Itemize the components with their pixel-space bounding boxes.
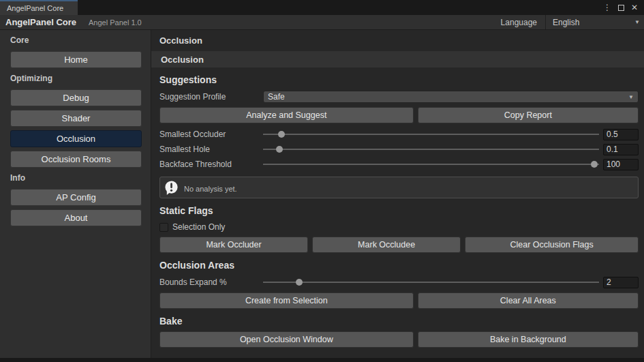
mark-occludee-button[interactable]: Mark Occludee — [312, 237, 461, 253]
slider-track-line — [263, 282, 599, 283]
bounds-expand-row: Bounds Expand % 2 — [159, 275, 639, 289]
sidebar-section-optimizing: Optimizing — [10, 74, 142, 83]
open-occlusion-window-button[interactable]: Open Occlusion Window — [159, 331, 414, 348]
analyze-and-suggest-button[interactable]: Analyze and Suggest — [159, 107, 414, 123]
backface-threshold-row: Backface Threshold 100 — [159, 157, 639, 171]
main-panel: Occlusion Occlusion Suggestions Suggesti… — [151, 30, 644, 358]
occlusion-areas-buttons: Create from Selection Clear All Areas — [159, 292, 639, 309]
smallest-hole-value-field[interactable]: 0.1 — [603, 144, 639, 155]
app-version: Angel Panel 1.0 — [89, 18, 142, 27]
bounds-expand-label: Bounds Expand % — [159, 277, 263, 287]
suggestion-profile-value: Safe — [268, 92, 285, 102]
language-dropdown[interactable]: English ▼ — [546, 15, 644, 29]
clear-occlusion-flags-button[interactable]: Clear Occlusion Flags — [465, 237, 639, 253]
sidebar: Core Home Optimizing Debug Shader Occlus… — [0, 30, 151, 358]
smallest-occluder-label: Smallest Occluder — [159, 130, 263, 139]
sidebar-group: AP Config About — [10, 189, 142, 226]
chevron-down-icon: ▼ — [634, 19, 644, 25]
slider-track-line — [263, 134, 599, 135]
smallest-occluder-slider[interactable] — [263, 127, 599, 141]
app-title: AngelPanel Core — [0, 17, 76, 27]
smallest-hole-label: Smallest Hole — [159, 145, 263, 154]
window-tab-label: AngelPanel Core — [7, 4, 63, 12]
close-icon[interactable]: ✕ — [631, 3, 638, 12]
sidebar-item-about[interactable]: About — [10, 209, 142, 226]
sidebar-section-core: Core — [10, 35, 142, 45]
info-icon — [164, 180, 179, 196]
window-content: Core Home Optimizing Debug Shader Occlus… — [0, 30, 644, 358]
slider-track-line — [263, 164, 599, 165]
slider-thumb[interactable] — [296, 279, 303, 286]
suggestion-profile-row: Suggestion Profile Safe ▼ — [159, 90, 639, 104]
smallest-hole-row: Smallest Hole 0.1 — [159, 142, 639, 156]
static-flags-buttons: Mark Occluder Mark Occludee Clear Occlus… — [159, 237, 639, 253]
mark-occluder-button[interactable]: Mark Occluder — [159, 237, 308, 253]
backface-threshold-label: Backface Threshold — [159, 160, 263, 169]
bake-header: Bake — [159, 316, 639, 327]
maximize-icon[interactable] — [618, 5, 624, 11]
clear-all-areas-button[interactable]: Clear All Areas — [418, 292, 639, 309]
window-controls: ⋮ ✕ — [603, 0, 644, 15]
slider-thumb[interactable] — [276, 146, 283, 153]
section-band-label: Occlusion — [161, 55, 204, 65]
selection-only-label: Selection Only — [172, 222, 225, 232]
backface-threshold-slider[interactable] — [263, 157, 599, 171]
sidebar-item-occlusion-rooms[interactable]: Occlusion Rooms — [10, 151, 142, 168]
bake-in-background-button[interactable]: Bake in Background — [418, 331, 639, 348]
menu-kebab-icon[interactable]: ⋮ — [603, 3, 611, 12]
sidebar-item-debug[interactable]: Debug — [10, 89, 142, 106]
selection-only-row: Selection Only — [159, 221, 639, 233]
tab-strip: AngelPanel Core ⋮ ✕ — [0, 0, 644, 15]
suggestions-header: Suggestions — [159, 74, 639, 85]
bounds-expand-value-field[interactable]: 2 — [603, 277, 639, 288]
sidebar-group: Debug Shader Occlusion Occlusion Rooms — [10, 89, 142, 168]
slider-track-line — [263, 149, 599, 150]
create-from-selection-button[interactable]: Create from Selection — [159, 292, 414, 309]
sidebar-section-info: Info — [10, 173, 142, 183]
suggestion-profile-dropdown[interactable]: Safe ▼ — [263, 91, 639, 103]
sidebar-item-shader[interactable]: Shader — [10, 110, 142, 127]
page-title: Occlusion — [159, 35, 639, 46]
suggestions-buttons: Analyze and Suggest Copy Report — [159, 107, 639, 123]
slider-thumb[interactable] — [278, 131, 285, 138]
notice-text: No analysis yet. — [184, 182, 237, 193]
backface-threshold-value-field[interactable]: 100 — [603, 159, 639, 170]
static-flags-header: Static Flags — [159, 205, 639, 216]
section-band: Occlusion — [151, 51, 644, 67]
bounds-expand-slider[interactable] — [263, 275, 599, 289]
window-bottom-edge — [0, 358, 644, 362]
sidebar-item-occlusion[interactable]: Occlusion — [10, 130, 142, 147]
chevron-down-icon: ▼ — [628, 94, 638, 100]
sidebar-item-home[interactable]: Home — [10, 51, 142, 68]
notice-box: No analysis yet. — [159, 177, 639, 198]
language-value: English — [553, 18, 579, 27]
sidebar-item-ap-config[interactable]: AP Config — [10, 189, 142, 206]
smallest-hole-slider[interactable] — [263, 142, 599, 156]
selection-only-checkbox[interactable] — [159, 223, 168, 232]
slider-thumb[interactable] — [591, 161, 598, 168]
smallest-occluder-value-field[interactable]: 0.5 — [603, 129, 639, 140]
language-label: Language — [493, 18, 545, 27]
toolbar: AngelPanel Core Angel Panel 1.0 Language… — [0, 15, 644, 30]
bake-buttons: Open Occlusion Window Bake in Background — [159, 331, 639, 348]
toolbar-right: Language English ▼ — [493, 15, 644, 29]
smallest-occluder-row: Smallest Occluder 0.5 — [159, 127, 639, 141]
window-tab[interactable]: AngelPanel Core — [0, 0, 78, 15]
suggestion-profile-label: Suggestion Profile — [159, 92, 263, 102]
sidebar-group: Home — [10, 51, 142, 68]
occlusion-areas-header: Occlusion Areas — [159, 260, 639, 271]
copy-report-button[interactable]: Copy Report — [418, 107, 639, 123]
